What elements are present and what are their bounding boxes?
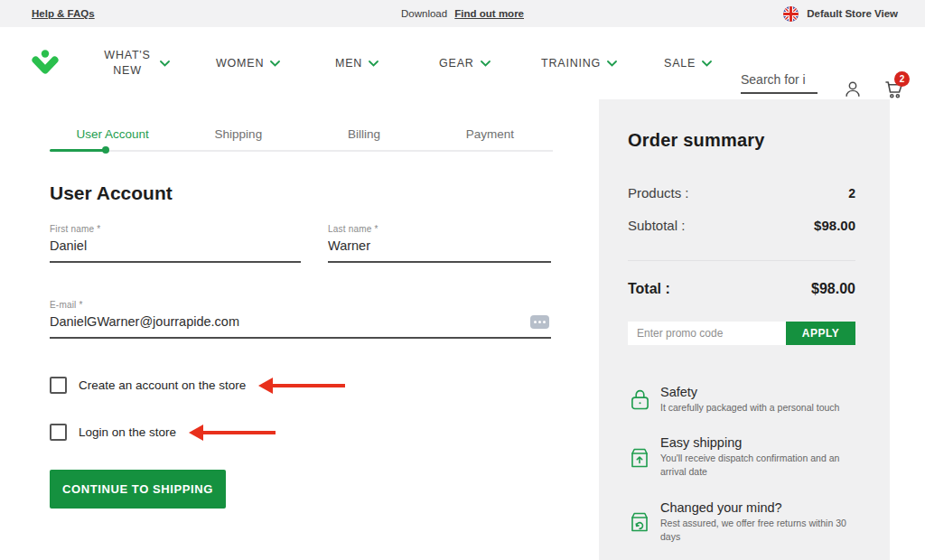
total-value: $98.00 [811, 281, 855, 297]
annotation-arrow-icon [189, 425, 276, 441]
nav-gear-label: GEAR [439, 56, 474, 71]
find-out-more-link[interactable]: Find out more [454, 8, 524, 19]
last-name-input[interactable] [328, 237, 551, 263]
perk-desc: It carefully packaged with a personal to… [660, 401, 839, 415]
nav-training-label: TRAINING [541, 56, 601, 71]
perk-title: Changed your mind? [660, 500, 855, 515]
promo-code-input[interactable] [628, 322, 786, 345]
search-input[interactable] [741, 70, 818, 94]
nav-women[interactable]: WOMEN [216, 27, 280, 99]
step-shipping[interactable]: Shipping [175, 127, 301, 141]
nav-whats-new[interactable]: WHAT'S NEW [101, 27, 170, 99]
step-payment[interactable]: Payment [427, 127, 553, 141]
uk-flag-icon [783, 6, 799, 22]
chevron-down-icon [481, 61, 491, 67]
perk-returns: Changed your mind? Rest assured, we offe… [628, 500, 855, 544]
products-row: Products : 2 [628, 185, 855, 201]
site-header: WHAT'S NEW WOMEN MEN GEAR TRAINING SALE [0, 27, 925, 99]
email-input[interactable] [50, 313, 551, 339]
subtotal-row: Subtotal : $98.00 [628, 218, 855, 233]
page-title: User Account [50, 182, 173, 204]
email-field: E-mail * [50, 300, 551, 339]
search-field [741, 70, 818, 94]
step-user-account[interactable]: User Account [50, 127, 175, 141]
nav-whats-new-label: WHAT'S NEW [101, 48, 154, 79]
nav-women-label: WOMEN [216, 56, 264, 71]
summary-divider [628, 260, 855, 261]
annotation-arrow-icon [258, 378, 345, 394]
login-label[interactable]: Login on the store [79, 425, 176, 439]
perk-safety: Safety It carefully packaged with a pers… [628, 385, 855, 415]
order-summary-title: Order summary [628, 130, 855, 151]
chevron-down-icon [270, 61, 280, 67]
topbar: Help & FAQs Download Find out more De [0, 0, 925, 27]
cart-count-badge: 2 [894, 71, 910, 87]
step-progress-bar [50, 149, 106, 152]
nav-sale[interactable]: SALE [664, 27, 712, 99]
perk-title: Easy shipping [660, 435, 855, 450]
apply-promo-button[interactable]: APPLY [786, 322, 855, 345]
total-label: Total : [628, 281, 670, 297]
brand-logo-icon[interactable] [32, 49, 59, 81]
nav-men[interactable]: MEN [335, 27, 378, 99]
order-summary-panel: Order summary Products : 2 Subtotal : $9… [599, 99, 890, 560]
returns-box-icon [628, 509, 651, 534]
login-checkbox[interactable] [50, 424, 67, 441]
shipping-box-icon [628, 445, 651, 470]
autofill-icon[interactable] [530, 315, 549, 329]
continue-to-shipping-button[interactable]: CONTINUE TO SHIPPING [50, 470, 226, 509]
nav-gear[interactable]: GEAR [439, 27, 491, 99]
subtotal-label: Subtotal : [628, 218, 685, 233]
chevron-down-icon [607, 61, 617, 67]
products-label: Products : [628, 185, 689, 201]
total-row: Total : $98.00 [628, 281, 855, 297]
checkout-steps: User Account Shipping Billing Payment [50, 127, 553, 141]
last-name-label: Last name * [328, 224, 551, 234]
chevron-down-icon [369, 61, 378, 67]
promo-code-row: APPLY [628, 322, 855, 345]
nav-sale-label: SALE [664, 56, 696, 71]
create-account-label[interactable]: Create an account on the store [79, 378, 246, 392]
first-name-field: First name * [50, 224, 301, 263]
checkout-page: Help & FAQs Download Find out more De [0, 0, 925, 560]
perk-desc: Rest assured, we offer free returns with… [660, 517, 855, 544]
subtotal-value: $98.00 [814, 218, 855, 233]
step-billing[interactable]: Billing [302, 127, 427, 141]
chevron-down-icon [702, 61, 712, 67]
perk-easy-shipping: Easy shipping You'll receive dispatch co… [628, 435, 855, 479]
products-value: 2 [848, 186, 855, 201]
last-name-field: Last name * [328, 224, 551, 263]
lock-icon [628, 388, 651, 411]
nav-training[interactable]: TRAINING [541, 27, 617, 99]
perk-title: Safety [660, 385, 839, 399]
chevron-down-icon [160, 61, 170, 67]
download-label: Download [401, 8, 447, 19]
create-account-row: Create an account on the store [50, 377, 345, 394]
store-view-switcher[interactable]: Default Store View [783, 6, 898, 22]
nav-men-label: MEN [335, 56, 362, 71]
first-name-input[interactable] [50, 237, 301, 263]
perks-list: Safety It carefully packaged with a pers… [628, 385, 855, 544]
login-row: Login on the store [50, 424, 276, 441]
first-name-label: First name * [50, 224, 301, 234]
step-progress-track [50, 150, 553, 152]
create-account-checkbox[interactable] [50, 377, 67, 394]
store-view-label: Default Store View [807, 8, 898, 19]
step-progress-dot [102, 146, 109, 154]
email-label: E-mail * [50, 300, 551, 310]
perk-desc: You'll receive dispatch confirmation and… [660, 452, 855, 479]
